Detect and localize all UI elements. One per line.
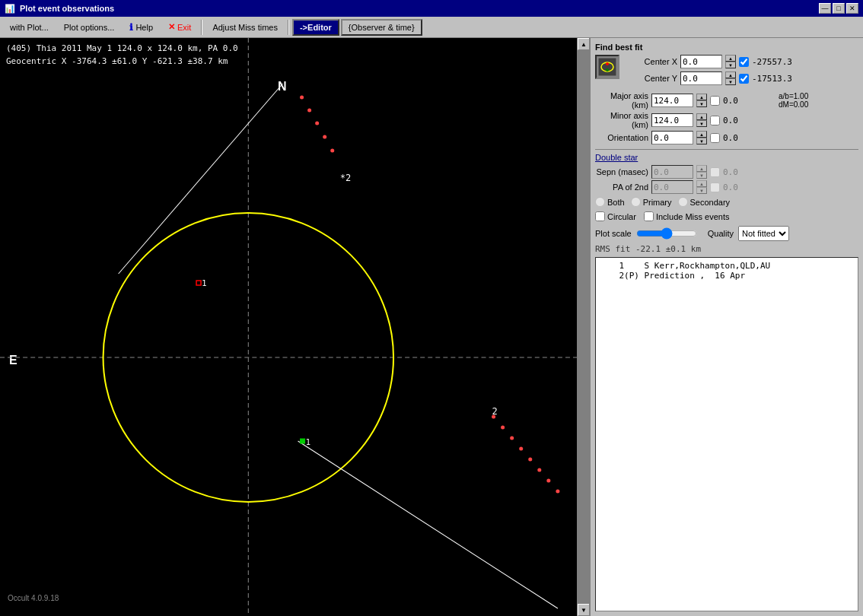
major-down[interactable]: ▼ xyxy=(696,100,707,107)
dm-value: dM=0.00 xyxy=(779,100,808,109)
minor-axis-label: Minor axis (km) xyxy=(595,111,648,129)
orientation-spin[interactable]: ▲ ▼ xyxy=(696,131,707,144)
minor-up[interactable]: ▲ xyxy=(696,113,707,120)
with-plot-button[interactable]: with Plot... xyxy=(3,19,56,36)
orientation-row: Orientation ▲ ▼ 0.0 xyxy=(595,131,858,144)
plot-area[interactable]: (405) Thia 2011 May 1 124.0 x 124.0 km, … xyxy=(0,38,577,616)
fit-icon-svg xyxy=(597,56,618,78)
scroll-down-button[interactable]: ▼ xyxy=(578,604,590,616)
svg-point-18 xyxy=(556,490,559,494)
radio-primary-label[interactable]: Primary xyxy=(631,197,672,207)
plot-scale-label: Plot scale xyxy=(595,229,632,238)
ab-ratio: a/b=1.00 xyxy=(779,92,808,100)
radio-both-label[interactable]: Both xyxy=(595,197,625,207)
sepn-input xyxy=(651,165,693,179)
radio-group: Both Primary Secondary xyxy=(595,197,858,207)
circular-checkbox[interactable] xyxy=(595,211,605,221)
sepn-up: ▲ xyxy=(696,165,707,172)
center-y-checkbox[interactable] xyxy=(739,74,749,84)
svg-point-5 xyxy=(300,96,304,100)
center-x-down[interactable]: ▼ xyxy=(725,62,736,68)
minor-axis-row: Minor axis (km) ▲ ▼ 0.0 xyxy=(595,111,858,129)
radio-both[interactable] xyxy=(595,197,605,207)
svg-point-30 xyxy=(606,62,609,65)
center-y-down[interactable]: ▼ xyxy=(725,78,736,85)
pa2nd-checkbox xyxy=(710,183,720,192)
minor-axis-checkbox[interactable] xyxy=(710,116,720,125)
plot-scrollbar[interactable]: ▲ ▼ xyxy=(577,38,589,616)
sepn-down: ▼ xyxy=(696,172,707,179)
svg-line-3 xyxy=(119,84,283,274)
double-star-link[interactable]: Double star xyxy=(595,153,638,162)
center-x-row: Center X ▲ ▼ -27557.3 xyxy=(624,55,801,68)
right-panel: Find best fit Center X ▲ ▼ xyxy=(589,38,863,616)
include-miss-label[interactable]: Include Miss events xyxy=(644,211,730,221)
exit-icon: ✕ xyxy=(168,22,175,32)
minor-axis-result: 0.0 xyxy=(723,116,772,125)
fit-icon[interactable] xyxy=(595,55,619,79)
minimize-button[interactable]: — xyxy=(819,3,831,14)
radio-secondary[interactable] xyxy=(678,197,688,207)
scroll-track[interactable] xyxy=(578,50,589,604)
adjust-miss-button[interactable]: Adjust Miss times xyxy=(205,19,285,36)
minor-axis-input[interactable] xyxy=(651,113,693,127)
svg-point-12 xyxy=(501,426,505,430)
svg-point-15 xyxy=(528,458,532,462)
center-y-spin[interactable]: ▲ ▼ xyxy=(725,71,736,85)
observer-time-button[interactable]: {Observer & time} xyxy=(341,19,422,36)
plot-svg: *2 2 1 1 100 km xyxy=(0,38,577,616)
svg-text:1: 1 xyxy=(202,278,207,288)
pa2nd-row: PA of 2nd ▲ ▼ 0.0 xyxy=(595,180,858,194)
ratio-info: a/b=1.00 dM=0.00 xyxy=(779,92,808,109)
svg-point-31 xyxy=(606,68,609,71)
major-axis-input[interactable] xyxy=(651,94,693,107)
pa2nd-spin: ▲ ▼ xyxy=(696,180,707,194)
major-axis-result: 0.0 xyxy=(723,96,772,106)
sepn-label: Sepn (masec) xyxy=(595,167,648,176)
fit-header: Center X ▲ ▼ -27557.3 Center Y ▲ ▼ xyxy=(595,55,858,87)
title-bar-left: 📊 Plot event observations xyxy=(5,4,114,14)
major-axis-checkbox[interactable] xyxy=(710,96,720,106)
radio-primary[interactable] xyxy=(631,197,641,207)
circular-label[interactable]: Circular xyxy=(595,211,636,221)
quality-select[interactable]: Not fitted Good Fair Poor xyxy=(738,226,789,241)
center-x-up[interactable]: ▲ xyxy=(725,55,736,62)
svg-rect-20 xyxy=(196,281,201,285)
orient-up[interactable]: ▲ xyxy=(696,131,707,138)
orientation-checkbox[interactable] xyxy=(710,133,720,143)
title-bar-controls[interactable]: — □ ✕ xyxy=(819,3,858,14)
major-axis-label: Major axis (km) xyxy=(595,91,648,110)
svg-point-17 xyxy=(546,479,550,483)
major-axis-spin[interactable]: ▲ ▼ xyxy=(696,94,707,107)
plot-scale-slider[interactable] xyxy=(636,227,697,240)
include-miss-checkbox[interactable] xyxy=(644,211,654,221)
maximize-button[interactable]: □ xyxy=(833,3,845,14)
svg-text:2: 2 xyxy=(492,406,498,417)
center-x-checkbox[interactable] xyxy=(739,57,749,67)
minor-axis-spin[interactable]: ▲ ▼ xyxy=(696,113,707,127)
center-y-up[interactable]: ▲ xyxy=(725,71,736,78)
center-x-label: Center X xyxy=(624,57,677,66)
orient-down[interactable]: ▼ xyxy=(696,138,707,144)
minor-down[interactable]: ▼ xyxy=(696,120,707,127)
major-up[interactable]: ▲ xyxy=(696,94,707,100)
close-button[interactable]: ✕ xyxy=(846,3,858,14)
editor-button[interactable]: ->Editor xyxy=(292,19,339,36)
scroll-up-button[interactable]: ▲ xyxy=(578,38,590,50)
help-icon: ℹ xyxy=(129,22,133,33)
center-x-input[interactable] xyxy=(680,55,722,68)
orientation-input[interactable] xyxy=(651,131,693,144)
pa2nd-up: ▲ xyxy=(696,180,707,187)
find-best-fit-title: Find best fit xyxy=(595,43,858,52)
exit-button[interactable]: ✕ Exit xyxy=(161,19,198,36)
center-y-label: Center Y xyxy=(624,74,677,83)
menu-separator2 xyxy=(288,20,289,35)
center-y-input[interactable] xyxy=(680,71,722,85)
svg-point-8 xyxy=(323,135,326,139)
center-x-spin[interactable]: ▲ ▼ xyxy=(725,55,736,68)
help-button[interactable]: ℹ Help xyxy=(123,19,160,36)
orientation-result: 0.0 xyxy=(723,133,772,143)
center-x-result: -27557.3 xyxy=(752,57,801,67)
radio-secondary-label[interactable]: Secondary xyxy=(678,197,731,207)
plot-options-button[interactable]: Plot options... xyxy=(57,19,122,36)
